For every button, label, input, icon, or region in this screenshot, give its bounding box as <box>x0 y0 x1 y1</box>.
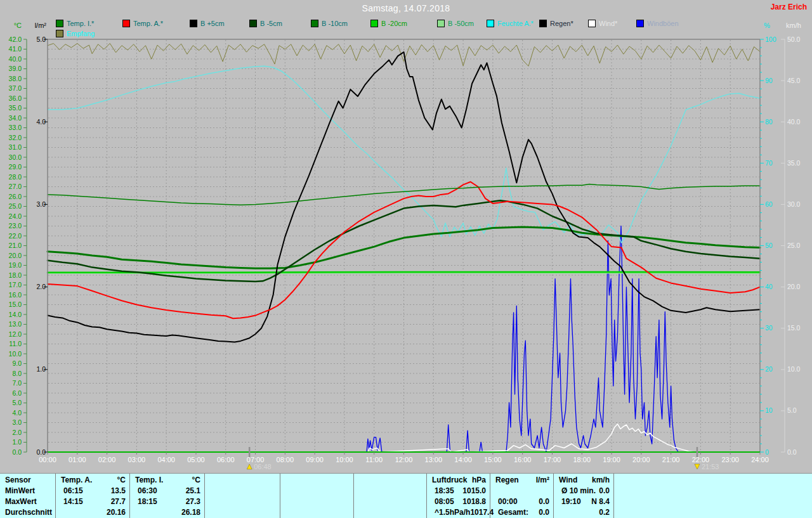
summary-cell-time: 06:30 <box>135 486 157 496</box>
summary-col-temp-a-: Temp. A.°C06:1513.514:1527.720.16 <box>56 474 130 518</box>
summary-cell-value: 0.0 <box>599 486 610 496</box>
tick-label-time: 05:00 <box>187 456 205 463</box>
summary-cell-value: 1018.8 <box>462 496 486 507</box>
summary-cell-row: 06:1513.5 <box>61 486 126 496</box>
tick-label-celsius: 30.0 <box>9 153 22 161</box>
tick-label-rain: 5.0 <box>36 36 46 43</box>
summary-cell-row: 0.2 <box>559 507 610 518</box>
summary-cell-time: 06:15 <box>61 486 83 496</box>
summary-cell-time <box>559 507 561 518</box>
tick-label-time: 03:00 <box>128 456 146 463</box>
tick-label-time: 08:00 <box>277 456 294 463</box>
summary-col-empty <box>205 474 280 518</box>
summary-col-empty <box>280 474 354 518</box>
tick-label-celsius: 12.0 <box>9 330 22 338</box>
summary-cell-value: 1015.0 <box>462 486 486 496</box>
summary-cell-value: 0.0 <box>539 496 549 507</box>
sunset-marker-icon <box>695 464 700 469</box>
tick-label-wind: 30.0 <box>787 200 801 208</box>
sunset-marker-label: 21:53 <box>702 463 719 470</box>
tick-label-time: 14:00 <box>454 456 472 463</box>
summary-cell-value: 27.3 <box>186 496 200 507</box>
summary-cell-value: 26.18 <box>181 507 200 518</box>
tick-label-celsius: 40.0 <box>9 55 22 63</box>
summary-cell-row <box>210 486 276 496</box>
summary-cell-row: 18:351015.0 <box>432 486 486 496</box>
summary-cell-row: 19:10N 8.4 <box>559 496 610 507</box>
tick-label-time: 18:00 <box>573 456 591 463</box>
tick-label-time: 01:00 <box>69 456 86 463</box>
tick-label-rain: 0.0 <box>36 448 46 456</box>
tick-label-celsius: 10.0 <box>9 350 22 358</box>
summary-cell-row <box>285 507 350 518</box>
summary-col-header: Temp. A.°C <box>61 475 126 486</box>
tick-label-wind: 10.0 <box>787 365 801 373</box>
tick-label-wind: 25.0 <box>787 242 801 249</box>
summary-cell-time <box>359 507 362 518</box>
summary-cell-value: 20.16 <box>107 507 126 518</box>
summary-cell-row: Gesamt:0.0 <box>495 507 549 518</box>
axis-unit-humidity: % <box>764 22 770 29</box>
tick-label-celsius: 39.0 <box>9 65 22 72</box>
summary-row-label: Sensor <box>5 475 51 486</box>
summary-cell-value: N 8.4 <box>591 496 610 507</box>
summary-cell-time <box>285 496 288 507</box>
tick-label-celsius: 27.0 <box>9 183 22 190</box>
tick-label-time: 04:00 <box>157 456 175 463</box>
summary-row-label: MinWert <box>5 486 51 496</box>
summary-cell-value: 27.7 <box>111 496 126 507</box>
tick-label-celsius: 7.0 <box>12 379 22 387</box>
summary-col-regen: Regenl/m²00:000.0Gesamt:0.0 <box>490 474 554 518</box>
summary-cell-row <box>359 496 422 507</box>
summary-cell-time <box>359 496 362 507</box>
tick-label-time: 02:00 <box>98 456 116 463</box>
summary-cell-value: 0.2 <box>599 507 610 518</box>
summary-cell-time: 08:05 <box>432 496 454 507</box>
summary-col-filler <box>614 474 806 518</box>
series-b-5cm <box>48 52 760 342</box>
tick-label-celsius: 5.0 <box>12 399 22 406</box>
summary-col-header: Windkm/h <box>559 475 610 486</box>
tick-label-celsius: 22.0 <box>9 232 22 240</box>
summary-cell-row <box>359 486 422 496</box>
summary-row-label: Durchschnitt <box>5 507 51 518</box>
tick-label-time: 10:00 <box>336 456 353 463</box>
tick-label-wind: 35.0 <box>787 159 801 167</box>
tick-label-celsius: 9.0 <box>12 359 22 367</box>
tick-label-humidity: 60 <box>765 200 773 208</box>
summary-cell-row: 14:1527.7 <box>61 496 126 507</box>
tick-label-time: 11:00 <box>365 456 383 463</box>
summary-cell-row <box>285 496 350 507</box>
summary-cell-time <box>210 507 213 518</box>
tick-label-humidity: 30 <box>765 324 773 332</box>
tick-label-time: 21:00 <box>662 456 680 463</box>
summary-cell-time <box>135 507 138 518</box>
tick-label-celsius: 15.0 <box>9 301 22 308</box>
summary-col-empty <box>354 474 427 518</box>
summary-cell-time: Ø 10 min. <box>559 486 596 496</box>
chart-canvas: 0.01.02.03.04.05.06.07.08.09.010.011.012… <box>0 0 812 472</box>
tick-label-celsius: 34.0 <box>9 114 22 122</box>
tick-label-humidity: 50 <box>765 242 773 249</box>
summary-cell-row: 20.16 <box>61 507 126 518</box>
summary-cell-time: ^1.5hPa/h <box>432 507 470 518</box>
summary-row-label: MaxWert <box>5 496 51 507</box>
tick-label-time: 00:00 <box>39 456 56 463</box>
tick-label-celsius: 23.0 <box>9 222 22 230</box>
summary-cell-row <box>210 496 276 507</box>
summary-cell-time: 18:15 <box>135 496 157 507</box>
tick-label-time: 19:00 <box>603 456 620 463</box>
axis-unit-wind: km/h <box>786 22 801 29</box>
tick-label-rain: 1.0 <box>36 365 46 373</box>
tick-label-time: 16:00 <box>514 456 532 463</box>
tick-label-celsius: 1.0 <box>12 438 22 446</box>
summary-cell-time <box>61 507 63 518</box>
tick-label-celsius: 16.0 <box>9 291 22 299</box>
summary-row-labels: SensorMinWertMaxWertDurchschnitt <box>0 474 56 518</box>
tick-label-wind: 40.0 <box>787 118 801 126</box>
sunrise-marker-icon <box>247 464 252 469</box>
tick-label-celsius: 8.0 <box>12 370 22 377</box>
tick-label-celsius: 17.0 <box>9 281 22 288</box>
summary-cell-time <box>210 496 213 507</box>
summary-cell-row <box>285 486 350 496</box>
